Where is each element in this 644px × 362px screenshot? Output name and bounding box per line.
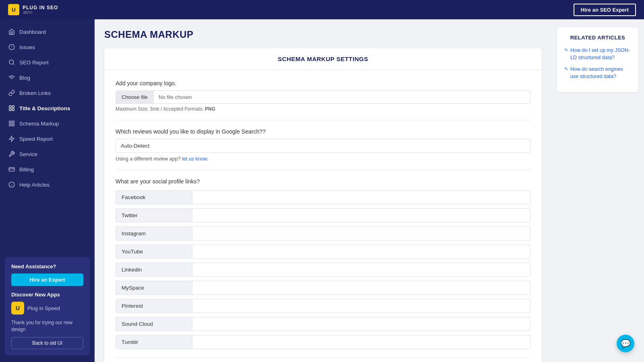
external-link-icon: ✎ xyxy=(564,66,568,72)
social-label-twitter: Twitter xyxy=(116,208,192,222)
social-input-sound-cloud[interactable] xyxy=(192,317,530,331)
file-input-row: Choose file No file chosen xyxy=(116,90,530,104)
schema-markup-card: SCHEMA MARKUP SETTINGS Add your company … xyxy=(104,48,542,362)
top-nav: U PLUG IN SEO BETA Hire an SEO Expert xyxy=(0,0,644,19)
review-dropdown[interactable]: Auto-Detect xyxy=(116,139,530,153)
social-label-myspace: MySpace xyxy=(116,281,192,295)
hire-expert-button[interactable]: Hire an Expert xyxy=(11,274,83,286)
sidebar-item-schema-markup[interactable]: Schema Markup xyxy=(0,116,95,131)
sidebar: Dashboard Issues SEO Report Blog xyxy=(0,19,95,362)
sidebar-item-dashboard[interactable]: Dashboard xyxy=(0,24,95,39)
social-label-linkedin: Linkedin xyxy=(116,263,192,277)
discover-apps-label: Discover New Apps xyxy=(11,292,83,298)
billing-icon xyxy=(8,166,15,173)
sidebar-label-broken-links: Broken Links xyxy=(19,90,51,96)
svg-point-3 xyxy=(9,60,14,64)
sidebar-label-schema-markup: Schema Markup xyxy=(19,121,59,127)
sidebar-label-speed-report: Speed Report xyxy=(19,136,53,142)
sidebar-item-title-descriptions[interactable]: Title & Descriptions xyxy=(0,101,95,116)
social-input-linkedin[interactable] xyxy=(192,263,530,277)
social-input-pinterest[interactable] xyxy=(192,299,530,313)
sidebar-label-billing: Billing xyxy=(19,167,34,173)
app-name: Plug in Speed xyxy=(27,305,60,311)
main-content: SCHEMA MARKUP SCHEMA MARKUP SETTINGS Add… xyxy=(95,19,551,362)
svg-rect-10 xyxy=(9,121,11,123)
logo-beta: BETA xyxy=(23,10,58,14)
need-assistance-label: Need Assistance? xyxy=(11,263,83,269)
logo-icon: U xyxy=(8,4,19,15)
chat-bubble-button[interactable]: 💬 xyxy=(617,335,634,352)
related-articles-card: RELATED ARTICLES ✎How do I set up my JSO… xyxy=(557,27,638,92)
logo-section-label: Add your company logo. xyxy=(116,80,530,86)
social-row-tumblr: Tumblr xyxy=(116,335,530,349)
social-input-myspace[interactable] xyxy=(192,281,530,295)
hire-seo-expert-button[interactable]: Hire an SEO Expert xyxy=(574,4,636,16)
sidebar-item-issues[interactable]: Issues xyxy=(0,39,95,55)
right-panel: RELATED ARTICLES ✎How do I set up my JSO… xyxy=(551,19,644,362)
service-icon xyxy=(8,150,15,158)
svg-rect-9 xyxy=(9,109,11,111)
svg-rect-12 xyxy=(12,124,14,126)
sidebar-label-issues: Issues xyxy=(19,44,35,50)
social-input-facebook[interactable] xyxy=(192,190,530,204)
svg-rect-15 xyxy=(9,167,14,171)
social-row-youtube: YouTube xyxy=(116,245,530,259)
sidebar-label-service: Service xyxy=(19,151,37,157)
page-title: SCHEMA MARKUP xyxy=(104,29,542,40)
sidebar-item-seo-report[interactable]: SEO Report xyxy=(0,55,95,70)
svg-rect-8 xyxy=(12,109,14,111)
social-row-facebook: Facebook xyxy=(116,190,530,204)
social-section: What are your social profile links? Face… xyxy=(116,178,530,349)
social-input-youtube[interactable] xyxy=(192,245,530,259)
svg-rect-11 xyxy=(12,121,14,123)
divider-2 xyxy=(116,170,530,170)
review-section-label: Which reviews would you like to display … xyxy=(116,128,530,135)
sidebar-item-speed-report[interactable]: Speed Report xyxy=(0,131,95,146)
app-icon: U xyxy=(11,302,24,315)
social-input-tumblr[interactable] xyxy=(192,335,530,349)
sidebar-item-blog[interactable]: Blog xyxy=(0,70,95,85)
sidebar-item-service[interactable]: Service xyxy=(0,146,95,162)
card-header-title: SCHEMA MARKUP SETTINGS xyxy=(278,56,368,62)
related-link-1[interactable]: ✎How do search engines use structured da… xyxy=(564,66,631,80)
social-row-pinterest: Pinterest xyxy=(116,299,530,313)
social-label-sound-cloud: Sound Cloud xyxy=(116,317,192,331)
link-icon xyxy=(8,89,15,97)
accepted-formats: PNG xyxy=(205,106,215,112)
help-icon xyxy=(8,181,15,188)
svg-line-4 xyxy=(13,64,14,65)
social-label-instagram: Instagram xyxy=(116,226,192,241)
let-us-know-link[interactable]: let us know. xyxy=(182,156,208,162)
social-input-twitter[interactable] xyxy=(192,208,530,222)
sidebar-label-help-articles: Help Articles xyxy=(19,182,50,188)
logo-text: PLUG IN SEO xyxy=(23,5,58,10)
related-link-text-0: How do I set up my JSON-LD structured da… xyxy=(570,47,631,61)
social-label-pinterest: Pinterest xyxy=(116,299,192,313)
social-input-instagram[interactable] xyxy=(192,226,530,241)
related-link-0[interactable]: ✎How do I set up my JSON-LD structured d… xyxy=(564,47,631,61)
issues-icon xyxy=(8,43,15,51)
back-to-old-ui-button[interactable]: Back to old UI xyxy=(11,337,83,349)
review-note: Using a different review app? let us kno… xyxy=(116,156,530,162)
card-body: Add your company logo. Choose file No fi… xyxy=(104,70,542,362)
sidebar-item-billing[interactable]: Billing xyxy=(0,162,95,177)
social-row-linkedin: Linkedin xyxy=(116,263,530,277)
social-row-twitter: Twitter xyxy=(116,208,530,222)
choose-file-button[interactable]: Choose file xyxy=(116,91,154,103)
sidebar-item-help-articles[interactable]: Help Articles xyxy=(0,177,95,192)
divider-1 xyxy=(116,120,530,120)
schema-icon xyxy=(8,120,15,127)
social-label-youtube: YouTube xyxy=(116,245,192,259)
speed-icon xyxy=(8,135,15,142)
divider-3 xyxy=(116,357,530,358)
svg-rect-6 xyxy=(9,106,11,108)
sidebar-bottom-panel: Need Assistance? Hire an Expert Discover… xyxy=(5,257,90,356)
sidebar-label-title-descriptions: Title & Descriptions xyxy=(19,105,70,111)
rss-icon xyxy=(8,74,15,81)
social-profiles-container: FacebookTwitterInstagramYouTubeLinkedinM… xyxy=(116,190,530,349)
logo-section: Add your company logo. Choose file No fi… xyxy=(116,80,530,112)
social-section-label: What are your social profile links? xyxy=(116,178,530,185)
title-icon xyxy=(8,105,15,112)
svg-rect-13 xyxy=(9,124,11,126)
sidebar-item-broken-links[interactable]: Broken Links xyxy=(0,85,95,101)
